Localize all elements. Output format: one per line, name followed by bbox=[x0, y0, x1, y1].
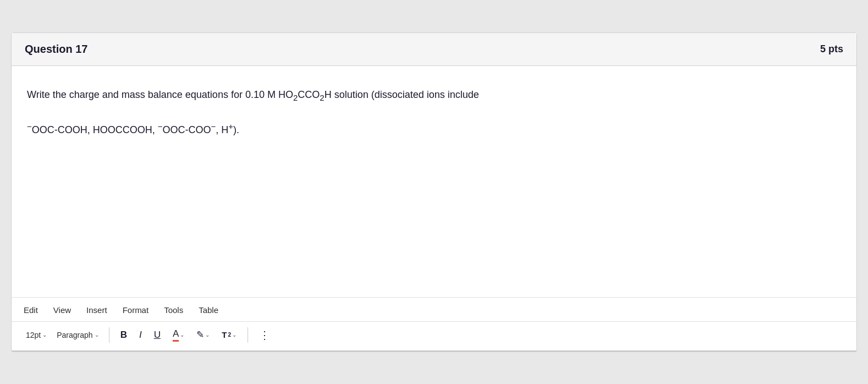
superscript-chevron: ⌄ bbox=[232, 332, 237, 338]
font-color-label: A bbox=[173, 328, 179, 342]
underline-label: U bbox=[154, 330, 161, 341]
paragraph-label: Paragraph bbox=[57, 331, 92, 339]
question-points: 5 pts bbox=[820, 43, 843, 55]
menu-edit[interactable]: Edit bbox=[23, 303, 39, 317]
superscript-button[interactable]: T2 ⌄ bbox=[217, 328, 241, 342]
editor-menu-bar: Edit View Insert Format Tools Table bbox=[12, 297, 856, 321]
question-header: Question 17 5 pts bbox=[12, 33, 856, 66]
toolbar-divider-1 bbox=[109, 327, 109, 343]
font-size-value: 12pt bbox=[26, 331, 41, 339]
menu-view[interactable]: View bbox=[52, 303, 72, 317]
question-footer bbox=[12, 350, 856, 352]
question-card: Question 17 5 pts Write the charge and m… bbox=[11, 32, 857, 352]
more-options-label: ⋮ bbox=[259, 328, 271, 342]
highlight-button[interactable]: ✎ ⌄ bbox=[192, 327, 214, 343]
paragraph-chevron: ⌄ bbox=[95, 332, 99, 338]
more-options-button[interactable]: ⋮ bbox=[255, 326, 275, 344]
font-color-button[interactable]: A ⌄ bbox=[168, 326, 189, 344]
font-size-selector[interactable]: 12pt ⌄ bbox=[23, 328, 50, 342]
menu-insert[interactable]: Insert bbox=[85, 303, 108, 317]
superscript-label: T bbox=[222, 330, 227, 339]
superscript-num: 2 bbox=[228, 332, 231, 338]
highlight-chevron: ⌄ bbox=[205, 332, 210, 338]
italic-label: I bbox=[139, 330, 142, 341]
bold-label: B bbox=[120, 330, 127, 341]
question-title: Question 17 bbox=[25, 43, 87, 56]
font-size-chevron: ⌄ bbox=[42, 332, 47, 338]
editor-formatting-bar: 12pt ⌄ Paragraph ⌄ B I U A ⌄ bbox=[12, 321, 856, 350]
menu-tools[interactable]: Tools bbox=[163, 303, 184, 317]
font-color-chevron: ⌄ bbox=[180, 332, 184, 338]
answer-area[interactable]: Write the charge and mass balance equati… bbox=[12, 66, 856, 297]
menu-table[interactable]: Table bbox=[197, 303, 219, 317]
highlight-icon: ✎ bbox=[196, 329, 204, 341]
underline-button[interactable]: U bbox=[150, 327, 165, 343]
toolbar-divider-2 bbox=[248, 327, 248, 343]
bold-button[interactable]: B bbox=[116, 327, 131, 343]
paragraph-style-selector[interactable]: Paragraph ⌄ bbox=[53, 328, 102, 342]
menu-format[interactable]: Format bbox=[122, 303, 150, 317]
question-text: Write the charge and mass balance equati… bbox=[27, 86, 841, 139]
italic-button[interactable]: I bbox=[135, 327, 146, 343]
